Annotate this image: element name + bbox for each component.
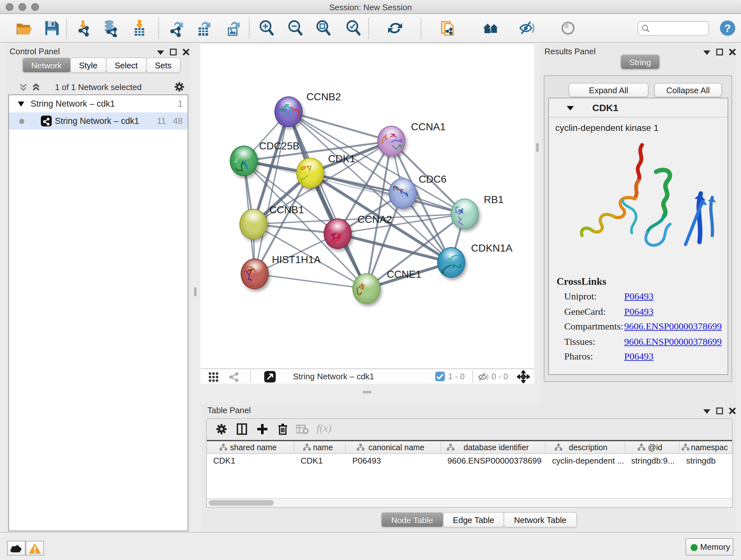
- memory-button[interactable]: Memory: [685, 538, 733, 556]
- fit-content-icon[interactable]: [517, 370, 530, 383]
- splitter-handle[interactable]: [362, 391, 372, 393]
- zoom-selected-icon[interactable]: [345, 19, 362, 37]
- node-HIST1H1A[interactable]: [241, 259, 269, 289]
- import-table-icon[interactable]: [130, 19, 148, 37]
- network-collection-row[interactable]: String Network – cdk1 1: [9, 95, 188, 112]
- panel-float-icon[interactable]: [716, 408, 723, 415]
- network-status-dot: [19, 119, 24, 124]
- tab-style[interactable]: Style: [70, 57, 106, 73]
- column-header-description[interactable]: description: [546, 441, 625, 454]
- cell-canonical-name[interactable]: P06493: [352, 454, 381, 468]
- cell-database-identifier[interactable]: 9606.ENSP00000378699: [448, 454, 542, 468]
- column-header-namespac[interactable]: namespac: [680, 441, 733, 454]
- gene-section-header[interactable]: CDK1: [549, 98, 728, 118]
- panel-float-icon[interactable]: [170, 49, 177, 56]
- cell-namespac[interactable]: stringdb: [686, 454, 716, 468]
- crosslink-value-link[interactable]: P06493: [624, 351, 654, 362]
- node-RB1[interactable]: [451, 199, 479, 229]
- selected-checkbox-icon[interactable]: [435, 372, 445, 381]
- table-hscrollbar[interactable]: [207, 498, 732, 507]
- table-options-gear-icon[interactable]: [216, 423, 227, 435]
- export-image-icon[interactable]: [224, 19, 242, 37]
- panel-close-icon[interactable]: [729, 408, 736, 415]
- home-icon[interactable]: [482, 19, 500, 37]
- tab-select[interactable]: Select: [106, 57, 146, 73]
- node-label-CCNB1: CCNB1: [269, 204, 304, 216]
- tab-edge-table[interactable]: Edge Table: [443, 512, 504, 527]
- tab-network-table[interactable]: Network Table: [504, 512, 577, 527]
- edge-count: 48: [173, 112, 183, 130]
- node-CCNA2[interactable]: [324, 219, 352, 249]
- grid-view-icon[interactable]: [208, 372, 219, 382]
- warnings-button[interactable]: [25, 541, 44, 556]
- collapse-all-button[interactable]: Collapse All: [654, 83, 722, 97]
- cloud-button[interactable]: [7, 541, 25, 556]
- column-header-shared-name[interactable]: shared name: [207, 441, 294, 454]
- column-header-name[interactable]: name: [294, 441, 346, 454]
- splitter-handle[interactable]: [194, 287, 197, 296]
- zoom-out-icon[interactable]: [286, 19, 305, 37]
- crosslink-row: Uniprot:P06493: [549, 291, 729, 306]
- zoom-fit-icon[interactable]: [315, 19, 333, 37]
- node-CCNB2[interactable]: [274, 97, 302, 127]
- help-icon[interactable]: ?: [719, 19, 737, 37]
- save-session-icon[interactable]: [43, 19, 61, 37]
- expand-all-button[interactable]: Expand All: [569, 83, 649, 97]
- node-CCNA1[interactable]: [377, 126, 405, 157]
- node-CCNB1[interactable]: [239, 209, 267, 240]
- panel-menu-icon[interactable]: [157, 50, 164, 55]
- panel-float-icon[interactable]: [716, 49, 723, 56]
- export-network-icon[interactable]: [167, 19, 185, 37]
- scrollbar-handle[interactable]: [209, 500, 274, 506]
- add-column-icon[interactable]: [257, 423, 268, 435]
- export-table-icon[interactable]: [195, 19, 212, 37]
- column-header--id[interactable]: @id: [625, 441, 680, 454]
- panel-menu-icon[interactable]: [703, 50, 711, 55]
- delete-column-icon[interactable]: [277, 423, 288, 435]
- cell-description[interactable]: cyclin-dependent ...: [552, 454, 624, 468]
- crosslink-value-link[interactable]: 9606.ENSP00000378699: [624, 336, 722, 347]
- collection-label: String Network – cdk1: [30, 95, 115, 112]
- crosslink-value-link[interactable]: P06493: [624, 306, 654, 317]
- network-row[interactable]: String Network – cdk1 11 48: [9, 112, 188, 130]
- zoom-in-icon[interactable]: [258, 19, 276, 37]
- node-CDC6[interactable]: [389, 178, 417, 209]
- cell-shared-name[interactable]: CDK1: [213, 454, 235, 468]
- open-file-icon[interactable]: [15, 19, 32, 37]
- hide-selected-icon[interactable]: [518, 19, 536, 37]
- cell--id[interactable]: stringdb:9...: [631, 454, 675, 468]
- crosslink-value-link[interactable]: 9606.ENSP00000378699: [624, 321, 722, 332]
- panel-close-icon[interactable]: [183, 49, 190, 56]
- panel-menu-icon[interactable]: [703, 408, 711, 414]
- column-header-canonical-name[interactable]: canonical name: [346, 441, 441, 454]
- collection-expander-icon[interactable]: [18, 102, 24, 107]
- section-expander-icon[interactable]: [567, 105, 574, 111]
- table-row[interactable]: CDK1CDK1P064939606.ENSP00000378699cyclin…: [207, 454, 732, 468]
- import-database-icon[interactable]: [101, 19, 119, 37]
- search-input[interactable]: [637, 21, 709, 36]
- tab-string[interactable]: String: [620, 54, 660, 70]
- import-network-icon[interactable]: [74, 19, 92, 37]
- node-CCNE1[interactable]: [352, 273, 381, 304]
- cell-name[interactable]: CDK1: [300, 454, 323, 468]
- crosslink-value-link[interactable]: P06493: [624, 291, 654, 302]
- network-view[interactable]: CCNB2CCNA1CDC25BCDK1CDC6RB1CCNB1CCNA2CDK…: [200, 44, 534, 384]
- network-options-gear-icon[interactable]: [174, 82, 185, 92]
- svg-text:?: ?: [724, 22, 731, 34]
- birdseye-icon[interactable]: [264, 371, 276, 382]
- node-CDC25B[interactable]: [230, 145, 258, 176]
- network-share-icon[interactable]: [228, 372, 239, 382]
- node-CDK1[interactable]: [296, 158, 324, 188]
- refresh-icon[interactable]: [386, 19, 404, 37]
- panel-close-icon[interactable]: [729, 49, 736, 56]
- show-columns-icon[interactable]: [236, 423, 248, 435]
- tab-sets[interactable]: Sets: [146, 57, 180, 73]
- tab-network[interactable]: Network: [22, 57, 71, 73]
- column-header-database-identifier[interactable]: database identifier: [441, 441, 546, 454]
- splitter-handle[interactable]: [536, 143, 539, 152]
- clone-network-icon[interactable]: [439, 19, 457, 37]
- tab-node-table[interactable]: Node Table: [381, 512, 443, 527]
- node-CDKN1A[interactable]: [437, 247, 465, 278]
- show-all-icon[interactable]: [559, 19, 577, 37]
- hidden-counts: 0 - 0: [491, 372, 508, 381]
